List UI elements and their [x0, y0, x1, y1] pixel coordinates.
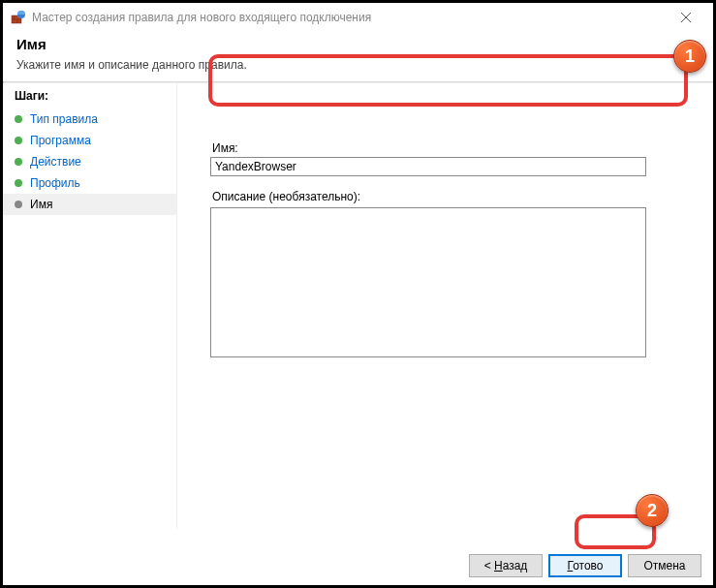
body: Шаги: Тип правила Программа Действие Про… [3, 83, 713, 529]
close-button[interactable] [667, 4, 705, 31]
description-field-group: Описание (необязательно): [210, 190, 684, 360]
bullet-icon [15, 115, 22, 123]
steps-sidebar: Шаги: Тип правила Программа Действие Про… [3, 83, 177, 529]
page-title: Имя [16, 36, 700, 52]
firewall-icon [11, 10, 26, 25]
step-name[interactable]: Имя [3, 194, 176, 215]
description-label: Описание (необязательно): [210, 190, 684, 203]
titlebar: Мастер создания правила для нового входя… [3, 3, 713, 32]
page-header: Имя Укажите имя и описание данного прави… [3, 32, 713, 81]
step-action[interactable]: Действие [3, 151, 176, 172]
steps-title: Шаги: [3, 83, 176, 108]
page-subtitle: Укажите имя и описание данного правила. [16, 58, 700, 72]
step-label: Действие [30, 155, 81, 169]
back-button[interactable]: < Назад [469, 554, 543, 577]
bullet-icon [15, 158, 22, 166]
button-bar: < Назад Готово Отмена [469, 554, 701, 577]
step-rule-type[interactable]: Тип правила [3, 108, 176, 130]
step-profile[interactable]: Профиль [3, 172, 176, 194]
annotation-badge-2: 2 [636, 494, 669, 527]
name-input[interactable] [210, 157, 646, 176]
finish-button[interactable]: Готово [548, 554, 622, 577]
close-icon [681, 13, 691, 22]
name-field-group: Имя: [210, 141, 684, 176]
bullet-icon [15, 179, 22, 187]
window-title: Мастер создания правила для нового входя… [32, 11, 371, 24]
name-label: Имя: [210, 141, 684, 155]
step-label: Тип правила [30, 112, 98, 126]
description-input[interactable] [210, 207, 646, 357]
bullet-icon [15, 137, 22, 144]
step-label: Имя [30, 198, 52, 211]
annotation-badge-1: 1 [673, 40, 706, 73]
cancel-button[interactable]: Отмена [628, 554, 701, 577]
bullet-icon [15, 201, 22, 208]
wizard-window: Мастер создания правила для нового входя… [0, 0, 716, 588]
content-pane: Имя: Описание (необязательно): [177, 83, 713, 529]
step-label: Программа [30, 134, 91, 147]
step-program[interactable]: Программа [3, 130, 176, 151]
step-label: Профиль [30, 176, 80, 190]
